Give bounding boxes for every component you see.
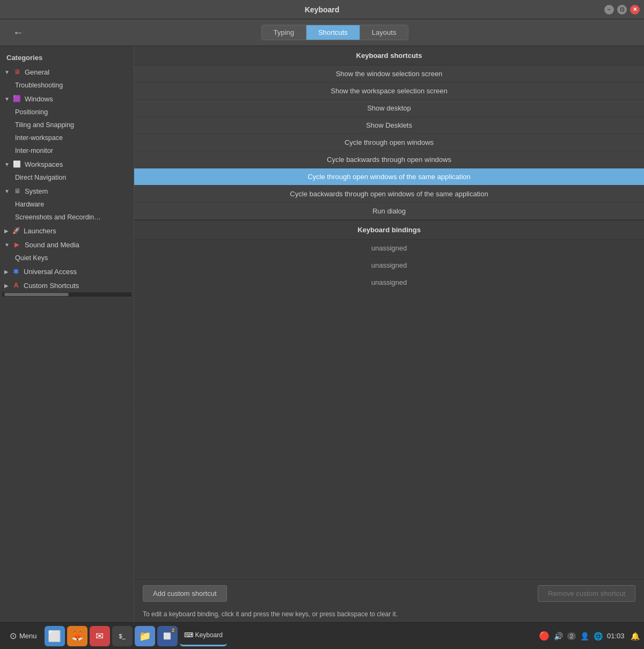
menu-icon: ⊙ [10,631,17,641]
clock: 01:03 [607,632,626,640]
sidebar-item-launchers[interactable]: ▶ 🚀 Launchers [0,224,134,238]
title-bar: Keyboard – ⊡ ✕ [0,0,644,19]
shortcut-row[interactable]: Show Desklets [134,117,644,134]
shortcut-row[interactable]: Show the window selection screen [134,65,644,83]
binding-row[interactable]: unassigned [134,257,644,274]
sidebar-label-general: General [25,68,49,76]
audio-icon: 🔊 [554,632,563,640]
binding-row[interactable]: unassigned [134,274,644,291]
shortcut-row[interactable]: Run dialog [134,203,644,220]
taskbar-keyboard-icon[interactable]: ⌨ Keyboard [180,626,227,646]
shortcut-row[interactable]: Cycle through open windows of the same a… [134,168,644,186]
taskbar-mail-icon[interactable]: ✉ [90,626,110,646]
remove-custom-shortcut-button[interactable]: Remove custom shortcut [538,585,635,602]
sidebar-item-sound[interactable]: ▼ ▶ Sound and Media [0,238,134,252]
network-icon: 🌐 [594,632,603,640]
sidebar-item-windows[interactable]: ▼ 🟪 Windows [0,92,134,106]
sound-icon: ▶ [13,240,21,249]
keyboard-icon: ⌨ [184,631,193,639]
sidebar-item-inter-workspace[interactable]: Inter-workspace [0,131,134,144]
expand-icon-workspaces: ▼ [4,161,10,167]
add-custom-shortcut-button[interactable]: Add custom shortcut [143,585,227,602]
binding-row[interactable]: unassigned [134,240,644,257]
sidebar-label-troubleshooting: Troubleshooting [15,82,63,89]
sidebar-label-direct-navigation: Direct Navigation [15,174,66,181]
terminal-icon: $_ [119,633,125,639]
volume-icon: 🔔 [631,632,640,640]
shortcut-row[interactable]: Cycle backwards through open windows of … [134,186,644,203]
firefox-icon: 🦊 [71,630,83,642]
universal-icon: ✱ [12,267,20,276]
sidebar-item-universal[interactable]: ▶ ✱ Universal Access [0,264,134,278]
tab-typing[interactable]: Typing [262,25,306,40]
taskbar-files-icon[interactable]: 📁 [135,626,155,646]
shortcut-list: Show the window selection screenShow the… [134,65,644,220]
custom-icon: A [12,281,20,290]
taskbar-workspace-icon[interactable]: ⬜ 2 [157,626,178,646]
expand-icon-system: ▼ [4,188,10,194]
sidebar-item-hardware[interactable]: Hardware [0,198,134,211]
system-icon: 🖥 [13,187,21,195]
maximize-button[interactable]: ⊡ [617,5,627,14]
taskbar-right: 🔴 🔊 2 👤 🌐 01:03 🔔 [539,631,640,641]
sidebar-item-positioning[interactable]: Positioning [0,106,134,119]
shortcut-row[interactable]: Cycle through open windows [134,134,644,151]
expand-icon-sound: ▼ [4,242,10,248]
sidebar-label-windows: Windows [25,95,53,103]
taskbar-firefox-icon[interactable]: 🦊 [67,626,87,646]
shortcut-row[interactable]: Cycle backwards through open windows [134,151,644,168]
expand-icon-windows: ▼ [4,96,10,102]
sidebar-item-troubleshooting[interactable]: Troubleshooting [0,79,134,92]
bindings-header: Keyboard bindings [134,220,644,240]
tab-layouts[interactable]: Layouts [360,25,408,40]
sidebar-item-custom[interactable]: ▶ A Custom Shortcuts [0,278,134,292]
sidebar-item-system[interactable]: ▼ 🖥 System [0,184,134,198]
expand-icon-general: ▼ [4,69,10,75]
expand-icon-universal: ▶ [4,269,9,275]
sidebar-item-tiling[interactable]: Tiling and Snapping [0,119,134,131]
window-title: Keyboard [305,5,340,14]
sidebar-label-launchers: Launchers [24,227,56,235]
sidebar-item-screenshots[interactable]: Screenshots and Recordin… [0,211,134,224]
sidebar-label-quiet-keys: Quiet Keys [15,254,48,262]
sidebar-label-system: System [25,187,48,195]
badge-count: 2 [567,632,576,640]
close-button[interactable]: ✕ [630,5,640,14]
expand-icon-custom: ▶ [4,283,9,289]
tab-group: Typing Shortcuts Layouts [261,25,409,40]
sidebar-item-workspaces[interactable]: ▼ ⬜ Workspaces [0,157,134,171]
taskbar-terminal-icon[interactable]: $_ [112,626,133,646]
browser-icon: ⬜ [48,630,61,643]
taskbar: ⊙ Menu ⬜ 🦊 ✉ $_ 📁 ⬜ 2 ⌨ Keyboard 🔴 🔊 2 👤… [0,622,644,649]
shortcut-row[interactable]: Show the workspace selection screen [134,83,644,100]
sidebar-scrollbar[interactable] [2,292,131,297]
bindings-list: unassignedunassignedunassigned [134,240,644,291]
workspace-icon: ⬜ [163,632,171,640]
windows-icon: 🟪 [13,94,21,103]
status-icon-red: 🔴 [539,631,550,641]
workspaces-icon: ⬜ [13,160,21,168]
sidebar-header: Categories [0,50,134,65]
menu-label: Menu [19,632,37,640]
taskbar-browser-icon[interactable]: ⬜ [45,626,65,646]
main-content: Categories ▼ 🖥 General Troubleshooting ▼… [0,46,644,622]
shortcut-row[interactable]: Show desktop [134,100,644,117]
tab-shortcuts[interactable]: Shortcuts [306,25,360,40]
sidebar-label-workspaces: Workspaces [25,160,63,168]
sidebar-item-quiet-keys[interactable]: Quiet Keys [0,252,134,264]
sidebar-label-custom: Custom Shortcuts [24,282,79,290]
back-button[interactable]: ← [9,24,28,41]
general-icon: 🖥 [13,68,21,76]
sidebar-item-general[interactable]: ▼ 🖥 General [0,65,134,79]
taskbar-menu-button[interactable]: ⊙ Menu [4,629,42,643]
workspace-badge: 2 [170,627,177,633]
sidebar-label-tiling: Tiling and Snapping [15,121,74,129]
sidebar-item-direct-navigation[interactable]: Direct Navigation [0,171,134,184]
sidebar-label-universal: Universal Access [24,268,77,276]
sidebar-label-inter-workspace: Inter-workspace [15,134,63,142]
sidebar-label-inter-monitor: Inter-monitor [15,147,53,154]
mail-icon: ✉ [96,630,104,642]
sidebar-item-inter-monitor[interactable]: Inter-monitor [0,144,134,157]
launchers-icon: 🚀 [12,226,20,235]
minimize-button[interactable]: – [604,5,614,14]
